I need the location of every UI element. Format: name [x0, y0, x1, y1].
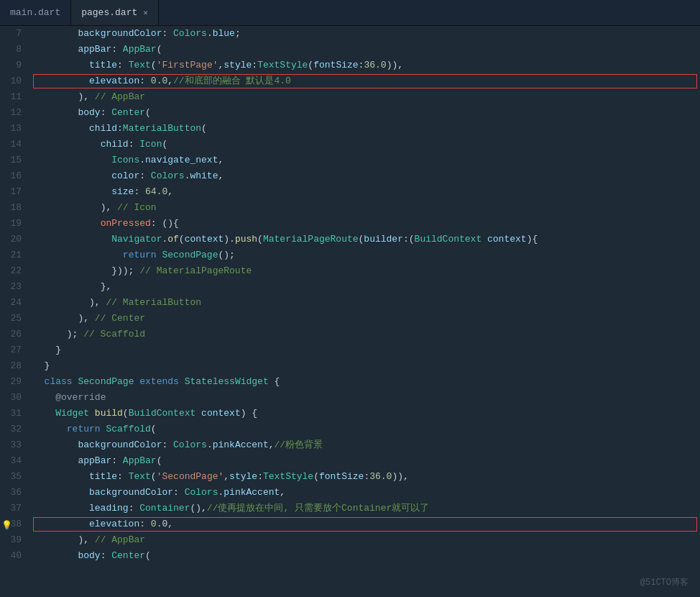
line-number: 9 — [0, 58, 30, 73]
code-line: 24 ), // MaterialButton — [0, 295, 700, 311]
line-content: Icons.navigate_next, — [30, 152, 700, 168]
code-line: 32 return Scaffold( — [0, 421, 700, 437]
code-line: 13 child:MaterialButton( — [0, 121, 700, 137]
line-number: 15 — [0, 152, 30, 168]
code-line: 30 @override — [0, 390, 700, 406]
line-content: backgroundColor: Colors.pinkAccent, — [30, 485, 700, 501]
line-number: 31 — [0, 406, 30, 421]
code-line: 36 backgroundColor: Colors.pinkAccent, — [0, 485, 700, 501]
code-line: 35 title: Text('SecondPage',style:TextSt… — [0, 469, 700, 485]
line-content: Widget build(BuildContext context) { — [30, 406, 700, 421]
code-line: 9 title: Text('FirstPage',style:TextStyl… — [0, 58, 700, 73]
code-line: 8 appBar: AppBar( — [0, 42, 700, 58]
line-number: 35 — [0, 469, 30, 485]
code-line: 20 Navigator.of(context).push(MaterialPa… — [0, 232, 700, 247]
line-number: 19 — [0, 216, 30, 232]
line-number: 26 — [0, 327, 30, 342]
code-line: 34 appBar: AppBar( — [0, 453, 700, 469]
line-content: title: Text('SecondPage',style:TextStyle… — [30, 469, 700, 485]
line-content: size: 64.0, — [30, 184, 700, 200]
line-number: 25 — [0, 311, 30, 327]
line-content: child:MaterialButton( — [30, 121, 700, 137]
tab-main-dart[interactable]: main.dart — [0, 0, 71, 25]
line-content: onPressed: (){ — [30, 216, 700, 232]
line-number: 32 — [0, 421, 30, 437]
line-number: 27 — [0, 342, 30, 358]
line-content: child: Icon( — [30, 137, 700, 152]
line-number: 33 — [0, 437, 30, 453]
line-content: ), // Center — [30, 311, 700, 327]
code-line: 37 leading: Container(),//使再提放在中间, 只需要放个… — [0, 501, 700, 516]
line-number: 28 — [0, 358, 30, 374]
code-line: 17 size: 64.0, — [0, 184, 700, 200]
code-line: 39 ), // AppBar — [0, 532, 700, 548]
line-number: 21 — [0, 247, 30, 263]
line-number: 34 — [0, 453, 30, 469]
code-line: 16 color: Colors.white, — [0, 168, 700, 184]
line-content: return Scaffold( — [30, 421, 700, 437]
line-content: ), // AppBar — [30, 532, 700, 548]
code-line: 7 backgroundColor: Colors.blue; — [0, 26, 700, 42]
line-number: 29 — [0, 374, 30, 390]
line-content: ), // AppBar — [30, 89, 700, 105]
line-number: 24 — [0, 295, 30, 311]
code-area: 7 backgroundColor: Colors.blue;8 appBar:… — [0, 26, 700, 597]
line-number: 12 — [0, 105, 30, 121]
line-number: 14 — [0, 137, 30, 152]
code-line: 14 child: Icon( — [0, 137, 700, 152]
line-content: }, — [30, 279, 700, 295]
line-content: title: Text('FirstPage',style:TextStyle(… — [30, 58, 700, 73]
lightbulb-icon[interactable]: 💡 — [1, 518, 12, 534]
tab-pages-dart[interactable]: pages.dart ✕ — [71, 0, 159, 25]
line-content: return SecondPage(); — [30, 247, 700, 263]
line-content: Navigator.of(context).push(MaterialPageR… — [30, 232, 700, 247]
tab-label: main.dart — [10, 7, 60, 18]
code-line: 21 return SecondPage(); — [0, 247, 700, 263]
line-number: 23 — [0, 279, 30, 295]
line-number: 16 — [0, 168, 30, 184]
line-content: } — [30, 358, 700, 374]
code-line: 27 } — [0, 342, 700, 358]
line-content: @override — [30, 390, 700, 406]
line-content: body: Center( — [30, 548, 700, 564]
line-number: 10 — [0, 73, 30, 89]
line-content: ), // MaterialButton — [30, 295, 700, 311]
line-content: appBar: AppBar( — [30, 42, 700, 58]
tab-label: pages.dart — [81, 7, 137, 18]
code-line: 40 body: Center( — [0, 548, 700, 564]
line-number: 7 — [0, 26, 30, 42]
line-number: 17 — [0, 184, 30, 200]
line-content: backgroundColor: Colors.blue; — [30, 26, 700, 42]
code-line: 33 backgroundColor: Colors.pinkAccent,//… — [0, 437, 700, 453]
tab-close-icon[interactable]: ✕ — [143, 8, 148, 17]
tab-bar: main.dart pages.dart ✕ — [0, 0, 700, 26]
line-content: appBar: AppBar( — [30, 453, 700, 469]
code-line: 25 ), // Center — [0, 311, 700, 327]
line-number: 39 — [0, 532, 30, 548]
code-line: 38💡 elevation: 0.0, — [0, 516, 700, 532]
line-content: leading: Container(),//使再提放在中间, 只需要放个Con… — [30, 501, 700, 516]
code-line: 23 }, — [0, 279, 700, 295]
code-line: 10 elevation: 0.0,//和底部的融合 默认是4.0 — [0, 73, 700, 89]
code-line: 15 Icons.navigate_next, — [0, 152, 700, 168]
line-number: 20 — [0, 232, 30, 247]
code-line: 22 })); // MaterialPageRoute — [0, 263, 700, 279]
line-number: 36 — [0, 485, 30, 501]
line-content: body: Center( — [30, 105, 700, 121]
code-line: 31 Widget build(BuildContext context) { — [0, 406, 700, 421]
line-number: 30 — [0, 390, 30, 406]
code-line: 28 } — [0, 358, 700, 374]
watermark: @51CTO博客 — [640, 576, 689, 588]
code-line: 11 ), // AppBar — [0, 89, 700, 105]
line-content: class SecondPage extends StatelessWidget… — [30, 374, 700, 390]
line-number: 8 — [0, 42, 30, 58]
code-line: 29 class SecondPage extends StatelessWid… — [0, 374, 700, 390]
line-content: elevation: 0.0, — [30, 516, 700, 532]
line-number: 22 — [0, 263, 30, 279]
code-line: 19 onPressed: (){ — [0, 216, 700, 232]
code-line: 12 body: Center( — [0, 105, 700, 121]
line-content: color: Colors.white, — [30, 168, 700, 184]
line-content: } — [30, 342, 700, 358]
line-number: 37 — [0, 501, 30, 516]
line-number: 40 — [0, 548, 30, 564]
